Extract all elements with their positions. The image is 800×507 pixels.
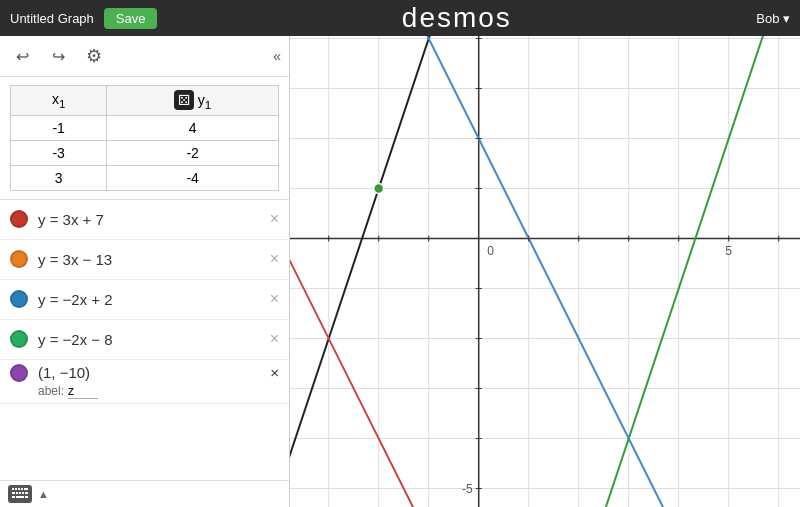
point-item: (1, −10) × abel: bbox=[0, 360, 289, 404]
settings-button[interactable]: ⚙ bbox=[80, 42, 108, 70]
table-cell[interactable]: -4 bbox=[107, 165, 279, 190]
table-cell[interactable]: 4 bbox=[107, 115, 279, 140]
svg-rect-6 bbox=[16, 492, 18, 494]
point-label-row: abel: bbox=[38, 384, 279, 399]
expr-close-button[interactable]: × bbox=[270, 290, 279, 308]
table-cell[interactable]: -3 bbox=[11, 140, 107, 165]
data-table: x1 ⚄ y1 -14-3-23-4 bbox=[10, 85, 279, 191]
graph-title: Untitled Graph bbox=[10, 11, 94, 26]
expr-close-button[interactable]: × bbox=[270, 210, 279, 228]
undo-button[interactable]: ↩ bbox=[8, 42, 36, 70]
table-cell[interactable]: -2 bbox=[107, 140, 279, 165]
table-cell[interactable]: -1 bbox=[11, 115, 107, 140]
expr-color-dot[interactable] bbox=[10, 290, 28, 308]
header: Untitled Graph Save desmos Bob ▾ bbox=[0, 0, 800, 36]
expr-color-dot[interactable] bbox=[10, 330, 28, 348]
svg-rect-7 bbox=[19, 492, 21, 494]
expr-formula: y = 3x − 13 bbox=[38, 251, 265, 268]
point-coords-row: (1, −10) × bbox=[10, 364, 279, 382]
redo-button[interactable]: ↪ bbox=[44, 42, 72, 70]
svg-rect-10 bbox=[12, 496, 15, 498]
graph-area[interactable] bbox=[290, 36, 800, 507]
svg-rect-4 bbox=[24, 488, 28, 490]
collapse-button[interactable]: « bbox=[273, 48, 281, 64]
table-cell[interactable]: 3 bbox=[11, 165, 107, 190]
svg-rect-12 bbox=[25, 496, 28, 498]
expr-color-dot[interactable] bbox=[10, 210, 28, 228]
keyboard-icon[interactable] bbox=[8, 485, 32, 503]
brand-logo: desmos bbox=[157, 2, 756, 34]
expr-color-dot[interactable] bbox=[10, 250, 28, 268]
expression-item: y = −2x + 2 × bbox=[0, 280, 289, 320]
col2-header: ⚄ y1 bbox=[107, 86, 279, 116]
point-coords-text: (1, −10) bbox=[38, 364, 90, 381]
expr-formula: y = 3x + 7 bbox=[38, 211, 265, 228]
svg-rect-1 bbox=[15, 488, 17, 490]
expression-list: y = 3x + 7 × y = 3x − 13 × y = −2x + 2 ×… bbox=[0, 200, 289, 480]
user-menu[interactable]: Bob ▾ bbox=[756, 11, 790, 26]
svg-rect-2 bbox=[18, 488, 20, 490]
svg-rect-11 bbox=[16, 496, 24, 498]
svg-rect-0 bbox=[12, 488, 14, 490]
point-label-input[interactable] bbox=[68, 384, 98, 399]
keyboard-label: ▲ bbox=[38, 488, 49, 500]
svg-rect-9 bbox=[25, 492, 28, 494]
expr-close-button[interactable]: × bbox=[270, 250, 279, 268]
expression-item: y = −2x − 8 × bbox=[0, 320, 289, 360]
col1-header: x1 bbox=[11, 86, 107, 116]
label-prefix: abel: bbox=[38, 384, 64, 398]
main-layout: ↩ ↪ ⚙ « x1 ⚄ y1 -14-3-23-4 bbox=[0, 36, 800, 507]
svg-rect-3 bbox=[21, 488, 23, 490]
save-button[interactable]: Save bbox=[104, 8, 158, 29]
toolbar-row: ↩ ↪ ⚙ « bbox=[0, 36, 289, 77]
graph-canvas[interactable] bbox=[290, 36, 800, 507]
expr-close-button[interactable]: × bbox=[270, 330, 279, 348]
expression-item: y = 3x + 7 × bbox=[0, 200, 289, 240]
dice-icon[interactable]: ⚄ bbox=[174, 90, 194, 110]
sidebar-bottom: ▲ bbox=[0, 480, 289, 507]
point-color-dot[interactable] bbox=[10, 364, 28, 382]
expr-formula: y = −2x + 2 bbox=[38, 291, 265, 308]
svg-rect-5 bbox=[12, 492, 15, 494]
expression-item: y = 3x − 13 × bbox=[0, 240, 289, 280]
table-expression: x1 ⚄ y1 -14-3-23-4 bbox=[0, 77, 289, 200]
expr-formula: y = −2x − 8 bbox=[38, 331, 265, 348]
svg-rect-8 bbox=[22, 492, 24, 494]
point-close-button[interactable]: × bbox=[270, 364, 279, 381]
sidebar: ↩ ↪ ⚙ « x1 ⚄ y1 -14-3-23-4 bbox=[0, 36, 290, 507]
